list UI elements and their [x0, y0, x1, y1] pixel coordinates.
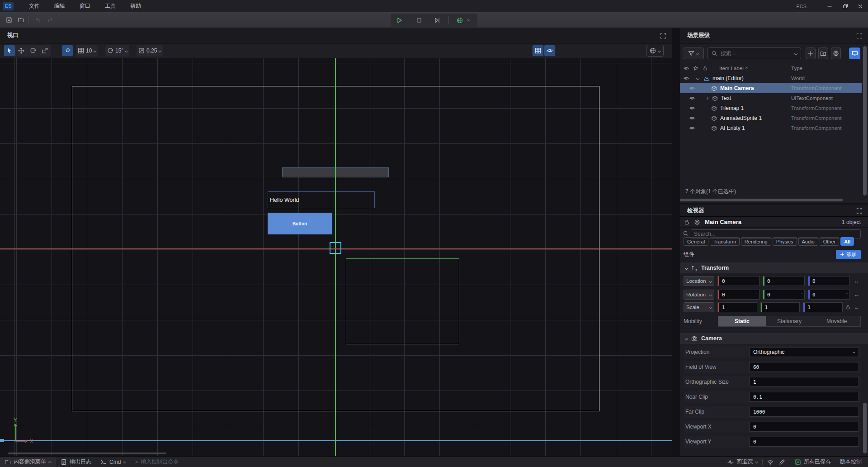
mobility-stationary[interactable]: Stationary — [766, 316, 813, 326]
view-mode-group[interactable] — [646, 45, 664, 57]
gizmo-visibility-button[interactable] — [544, 45, 555, 56]
hierarchy-row-text[interactable]: Text UITextComponent — [680, 93, 862, 103]
output-log-button[interactable]: 输出日志 — [56, 457, 96, 467]
mobility-movable[interactable]: Movable — [813, 316, 860, 326]
grid-toggle-button[interactable] — [533, 45, 543, 56]
save-button[interactable] — [4, 14, 14, 25]
rotation-snap-chevron-icon[interactable] — [125, 49, 128, 52]
hierarchy-search[interactable] — [708, 48, 801, 59]
backtrace-button[interactable]: 回追踪 — [723, 457, 762, 467]
canvas-horizontal-scrollbar[interactable] — [8, 453, 166, 454]
selection-origin-handle[interactable] — [330, 242, 341, 254]
viewport-expand-button[interactable] — [660, 33, 666, 39]
wifi-icon[interactable] — [767, 459, 774, 465]
hierarchy-search-input[interactable] — [720, 50, 792, 57]
hierarchy-vertical-scrollbar[interactable] — [863, 46, 867, 195]
camera-section-header[interactable]: Camera — [680, 333, 868, 344]
location-x-field[interactable]: 0 — [717, 276, 760, 286]
menu-edit[interactable]: 编辑 — [49, 2, 71, 10]
text-object[interactable]: Hello World — [268, 191, 375, 208]
menu-window[interactable]: 窗口 — [74, 2, 96, 10]
filter-button[interactable] — [683, 48, 704, 59]
rotate-tool-button[interactable] — [28, 45, 38, 56]
hierarchy-row-tilemap[interactable]: Tilemap 1 TransformComponent — [680, 103, 862, 113]
play-button[interactable] — [393, 15, 406, 25]
location-label-dropdown[interactable]: Location — [684, 276, 714, 286]
transform-section-header[interactable]: Transform — [680, 262, 868, 273]
button-object[interactable]: Button — [268, 213, 332, 234]
location-y-field[interactable]: 0 — [763, 276, 805, 286]
expander-icon[interactable] — [705, 96, 708, 100]
inspector-search-input[interactable] — [691, 231, 860, 237]
grid-snap-group[interactable]: 10 — [76, 45, 98, 57]
add-entity-button[interactable] — [806, 48, 816, 59]
location-link-icon[interactable]: ↔ — [853, 278, 861, 284]
inspector-vertical-scrollbar[interactable] — [863, 403, 867, 453]
mobility-static[interactable]: Static — [718, 316, 766, 326]
lock-icon[interactable] — [684, 219, 690, 225]
step-button[interactable] — [430, 15, 444, 25]
section-collapse-icon[interactable] — [685, 266, 688, 269]
content-drawer-button[interactable]: 内容侧滑菜单 — [0, 457, 56, 467]
section-collapse-icon[interactable] — [685, 337, 688, 340]
select-tool-button[interactable] — [4, 45, 15, 56]
inspector-expand-button[interactable] — [856, 208, 863, 214]
tab-general[interactable]: General — [684, 237, 708, 246]
hierarchy-row-main[interactable]: main (Editor) World — [680, 73, 862, 83]
scene-canvas[interactable]: Hello World Button Y X — [0, 58, 672, 456]
console-command-input[interactable]: > 输入控制台命令 — [130, 457, 183, 467]
snap-toggle-button[interactable] — [62, 45, 73, 56]
scale-snap-group[interactable]: 0.25 — [137, 45, 163, 57]
close-button[interactable] — [853, 0, 868, 12]
cmd-button[interactable]: Cmd — [96, 457, 130, 467]
guide-line-handle[interactable] — [0, 439, 4, 442]
rotation-link-icon[interactable]: ↔ — [853, 291, 861, 298]
gear-icon[interactable] — [694, 219, 700, 225]
tilemap-bounds-rect[interactable] — [346, 258, 459, 344]
runtime-view-button[interactable] — [849, 48, 860, 59]
move-tool-button[interactable] — [16, 45, 27, 56]
rotation-z-field[interactable]: 0° — [808, 290, 850, 300]
pen-icon[interactable] — [779, 459, 785, 465]
scale-x-field[interactable]: 1 — [717, 302, 757, 312]
rotation-y-field[interactable]: 0° — [763, 290, 805, 300]
viewport-y-input[interactable]: 0 — [749, 437, 859, 447]
undo-button[interactable] — [33, 14, 43, 25]
field-of-view-input[interactable]: 60 — [749, 362, 859, 372]
view-mode-chevron-icon[interactable] — [658, 49, 661, 52]
far-clip-input[interactable]: 1000 — [749, 407, 859, 417]
world-mode-button[interactable] — [453, 15, 467, 25]
scale-snap-chevron-icon[interactable] — [158, 49, 161, 52]
scale-link-icon[interactable]: ↔ — [853, 304, 861, 310]
redo-button[interactable] — [45, 14, 56, 25]
tab-all[interactable]: All — [840, 237, 854, 246]
stop-button[interactable] — [412, 15, 426, 25]
hierarchy-horizontal-scrollbar[interactable] — [680, 199, 843, 201]
menu-tools[interactable]: 工具 — [99, 2, 121, 10]
scale-y-field[interactable]: 1 — [760, 302, 800, 312]
projection-select[interactable]: Orthographic — [749, 347, 859, 357]
add-component-button[interactable]: 添加 — [836, 250, 861, 259]
open-folder-button[interactable] — [15, 14, 26, 25]
maximize-button[interactable] — [837, 0, 853, 12]
menu-file[interactable]: 文件 — [24, 2, 45, 10]
location-z-field[interactable]: 0 — [808, 276, 850, 286]
scale-lock-icon[interactable] — [845, 305, 851, 310]
hierarchy-row-ai-entity[interactable]: AI Entity 1 TransformComponent — [680, 123, 862, 133]
scale-tool-button[interactable] — [39, 45, 50, 56]
tab-rendering[interactable]: Rendering — [741, 237, 771, 246]
orthographic-size-input[interactable]: 1 — [749, 377, 859, 387]
expander-icon[interactable] — [696, 76, 699, 80]
viewport-x-input[interactable]: 0 — [749, 422, 859, 432]
near-clip-input[interactable]: 0.1 — [749, 392, 859, 402]
column-type[interactable]: Type — [791, 66, 802, 71]
tab-audio[interactable]: Audio — [798, 237, 818, 246]
version-control-button[interactable]: 版本控制 — [835, 457, 866, 467]
hierarchy-row-animatedsprite[interactable]: AnimatedSprite 1 TransformComponent — [680, 113, 862, 123]
rotation-label-dropdown[interactable]: Rotation — [684, 290, 714, 300]
world-mode-chevron-icon[interactable] — [467, 18, 470, 21]
search-chevron-icon[interactable] — [794, 52, 797, 55]
tab-physics[interactable]: Physics — [773, 237, 797, 246]
hierarchy-expand-button[interactable] — [856, 33, 863, 39]
add-folder-button[interactable] — [818, 48, 828, 59]
